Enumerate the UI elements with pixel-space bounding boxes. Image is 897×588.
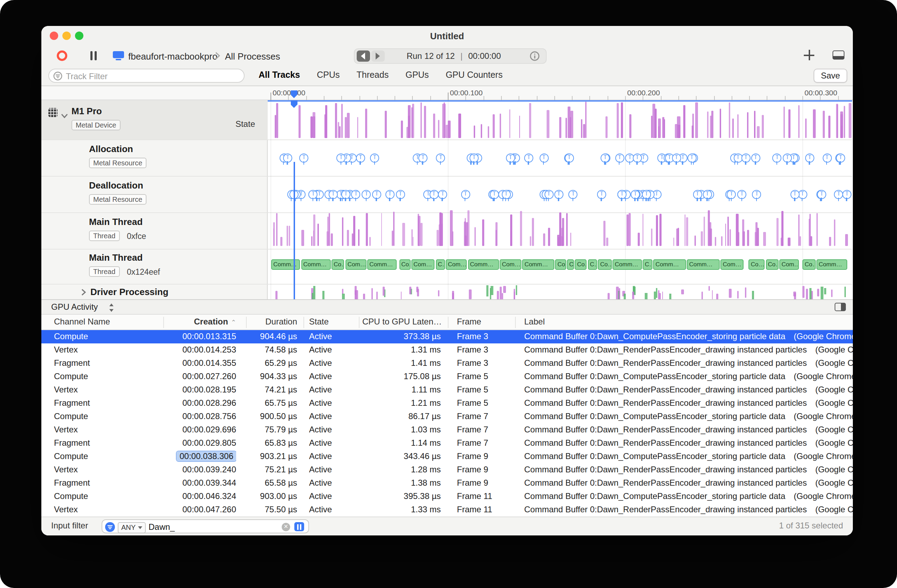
table-row[interactable]: Compute00:00.038.306903.21 µsActive343.4… [41,450,853,463]
allocation-marker[interactable]: T [600,153,610,162]
deallocation-marker[interactable]: T [693,190,702,199]
deallocation-marker[interactable]: T [362,190,371,199]
table-row[interactable]: Vertex00:00.047.26075.50 µsActive1.33 ms… [41,503,853,516]
filter-query-text[interactable]: Dawn_ [148,522,175,531]
command-buffer-block[interactable]: Comm… [816,259,847,270]
deallocation-marker[interactable]: T [752,190,761,199]
track-header-allocation[interactable]: Allocation Metal Resource [41,139,268,176]
deallocation-marker[interactable]: T [351,190,361,199]
deallocation-marker[interactable]: T [554,190,563,199]
deallocation-marker[interactable]: T [490,190,499,199]
match-mode-dropdown[interactable]: ANY [118,522,145,533]
tab-all-tracks[interactable]: All Tracks [259,70,300,80]
command-buffer-block[interactable]: Comm… [687,259,720,270]
command-buffer-block[interactable]: Com… [446,259,467,270]
track-filter-input[interactable]: Track Filter [48,69,245,83]
clear-filter-button[interactable]: ✕ [282,522,290,531]
deallocation-marker[interactable]: T [703,190,712,199]
record-icon[interactable] [57,51,67,61]
allocation-marker[interactable]: T [436,153,445,162]
toggle-detail-pane-button[interactable] [833,51,845,60]
track-header-m1-pro[interactable]: M1 Pro Metal Device State [41,100,268,139]
deallocation-marker[interactable]: T [569,190,578,199]
deallocation-marker[interactable]: T [396,190,405,199]
table-row[interactable]: Compute00:00.013.315904.46 µsActive373.3… [41,330,853,343]
allocation-marker[interactable]: T [524,153,533,162]
deallocation-marker[interactable]: T [544,190,553,199]
device-name[interactable]: fbeaufort-macbookpro [128,51,217,62]
track-header-main-thread-0xfce[interactable]: Main Thread Thread 0xfce [41,212,268,249]
allocation-marker[interactable]: T [783,153,792,162]
command-buffer-block[interactable]: Comm… [613,259,642,270]
command-buffer-block[interactable]: Co… [331,259,344,270]
allocation-marker[interactable]: T [741,153,750,162]
command-buffer-block[interactable]: C… [643,259,652,270]
command-buffer-block[interactable]: C… [567,259,574,270]
col-header-channel-name[interactable]: Channel Name [54,317,159,326]
table-row[interactable]: Vertex00:00.029.69675.79 µsActive1.03 ms… [41,423,853,436]
tab-threads[interactable]: Threads [356,70,389,80]
allocation-marker[interactable]: T [506,153,515,162]
command-buffer-block[interactable]: C… [588,259,597,270]
pause-icon[interactable] [90,51,97,60]
command-buffer-block[interactable]: Comm… [271,259,300,270]
allocation-marker[interactable]: T [672,153,681,162]
col-header-cpu-to-gpu-latency[interactable]: CPU to GPU Laten… [362,317,441,326]
deallocation-marker[interactable]: T [429,190,438,199]
deallocation-marker[interactable]: T [817,190,826,199]
filter-options-button[interactable] [294,522,304,531]
allocation-marker[interactable]: T [615,153,624,162]
table-row[interactable]: Compute00:00.027.260904.33 µsActive175.0… [41,370,853,383]
table-row[interactable]: Vertex00:00.014.25374.58 µsActive1.31 ms… [41,343,853,357]
deallocation-marker[interactable]: T [642,190,651,199]
command-buffer-block[interactable]: Co… [803,259,816,270]
deallocation-marker[interactable]: T [329,190,338,199]
allocation-marker[interactable]: T [470,153,479,162]
deallocation-marker[interactable]: T [461,190,470,199]
allocation-marker[interactable]: T [356,153,365,162]
table-row[interactable]: Fragment00:00.039.34465.58 µsActive1.38 … [41,476,853,490]
info-icon[interactable] [530,51,540,61]
allocation-marker[interactable]: T [418,153,427,162]
detail-view-popup[interactable]: GPU Activity [51,302,98,312]
deallocation-marker[interactable]: T [790,190,799,199]
col-header-frame[interactable]: Frame [457,317,514,326]
allocation-marker[interactable]: T [822,153,831,162]
next-run-button[interactable] [371,51,385,62]
previous-run-button[interactable] [357,51,370,62]
tab-cpus[interactable]: CPUs [317,70,340,80]
target-scope[interactable]: All Processes [225,51,280,62]
allocation-marker[interactable]: T [751,153,760,162]
deallocation-marker[interactable]: T [737,190,746,199]
deallocation-marker[interactable]: T [834,190,843,199]
toggle-inspector-button[interactable] [835,303,846,311]
tab-gpus[interactable]: GPUs [406,70,429,80]
command-buffer-block[interactable]: Com… [411,259,435,270]
table-row[interactable]: Fragment00:00.029.80565.83 µsActive1.14 … [41,436,853,450]
command-buffer-block[interactable]: Comm… [522,259,554,270]
track-header-driver-processing[interactable]: Driver Processing [41,284,268,299]
table-row[interactable]: Vertex00:00.039.24075.21 µsActive1.28 ms… [41,463,853,476]
table-row[interactable]: Compute00:00.028.756900.50 µsActive86.17… [41,410,853,423]
command-buffer-block[interactable]: Com… [346,259,366,270]
allocation-marker[interactable]: T [773,153,782,162]
col-header-label[interactable]: Label [524,317,664,326]
deallocation-marker[interactable]: T [501,190,511,199]
command-buffer-block[interactable]: Comm… [302,259,331,270]
command-buffer-block[interactable]: C… [436,259,445,270]
allocation-marker[interactable]: T [283,153,292,162]
save-button[interactable]: Save [814,69,847,83]
title-bar[interactable]: Untitled [41,26,853,46]
command-buffer-block[interactable]: Co… [598,259,612,270]
allocation-marker[interactable]: T [805,153,814,162]
command-buffer-block[interactable]: Co… [766,259,779,270]
col-header-creation[interactable]: Creation⌃ [166,317,236,326]
table-row[interactable]: Vertex00:00.028.19574.21 µsActive1.11 ms… [41,383,853,397]
allocation-marker[interactable]: T [539,153,548,162]
allocation-marker[interactable]: T [565,153,574,162]
deallocation-marker[interactable]: T [842,190,851,199]
tab-gpu-counters[interactable]: GPU Counters [446,70,503,80]
col-header-state[interactable]: State [309,317,360,326]
deallocation-marker[interactable]: T [727,190,736,199]
command-buffer-block[interactable]: Co… [749,259,765,270]
